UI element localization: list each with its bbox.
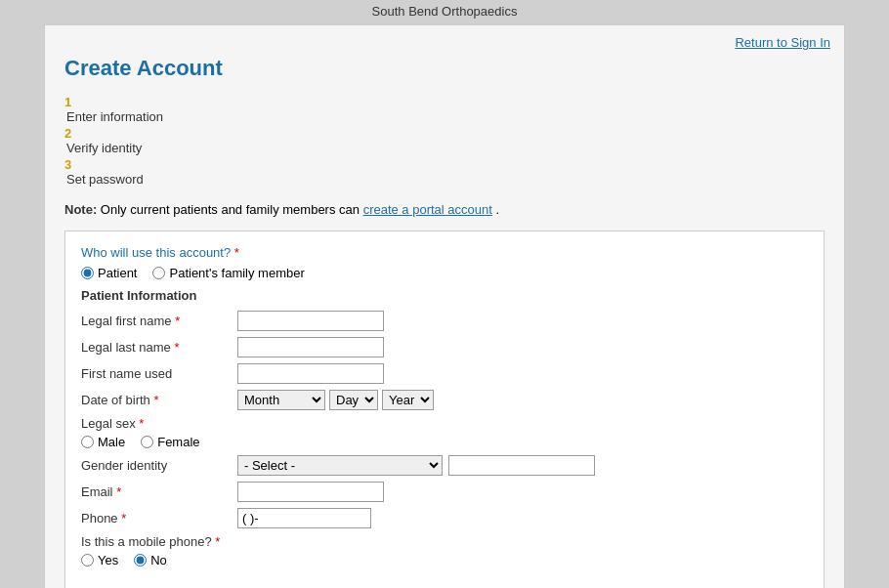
step-2-row: 2 Verify identity [64,126,825,155]
who-label-text: Who will use this account? [81,245,231,260]
mobile-label-text: Is this a mobile phone? [81,534,212,549]
note-prefix: Note: [64,202,97,217]
step-3-number: 3 [64,157,71,172]
no-option-text: No [150,553,167,567]
page-content: Create Account 1 Enter information 2 Ver… [45,56,844,588]
dob-selects: Month JanuaryFebruaryMarch AprilMayJune … [237,390,434,410]
note-text: Only current patients and family members… [101,202,363,217]
phone-required: * [121,511,126,525]
email-required: * [116,484,121,499]
yes-radio[interactable] [81,554,94,567]
return-to-signin-link[interactable]: Return to Sign In [735,35,830,50]
family-option-text: Patient's family member [169,266,304,280]
step-2-number: 2 [64,126,71,141]
dob-label: Date of birth * [81,393,237,407]
phone-prefix: ( ) [242,511,254,525]
phone-input-container: ( ) - [237,508,371,528]
patient-radio-label[interactable]: Patient [81,266,137,280]
main-container: Return to Sign In Create Account 1 Enter… [44,24,845,588]
email-label-text: Email [81,484,113,499]
section-title: Patient Information [81,288,808,303]
who-label: Who will use this account? * [81,245,808,260]
create-account-link[interactable]: create a portal account [363,202,492,217]
legal-first-name-label-text: Legal first name [81,314,172,328]
legal-sex-radio-group: Male Female [81,435,808,449]
month-select[interactable]: Month JanuaryFebruaryMarch AprilMayJune … [237,390,325,410]
phone-number-input[interactable] [259,511,366,525]
who-radio-group: Patient Patient's family member [81,266,808,280]
family-radio-label[interactable]: Patient's family member [152,266,304,280]
first-name-used-input[interactable] [237,363,384,384]
phone-row: Phone * ( ) - [81,508,808,528]
dob-label-text: Date of birth [81,393,150,407]
legal-last-name-label-text: Legal last name [81,340,171,355]
note-suffix: . [496,202,500,217]
no-radio[interactable] [134,554,147,567]
first-name-used-row: First name used [81,363,808,384]
yes-radio-label[interactable]: Yes [81,553,118,567]
day-select[interactable]: Day 12345 678910 1112131415 1617181920 2… [329,390,378,410]
email-label: Email * [81,484,237,499]
patient-option-text: Patient [98,266,137,280]
page-title: Create Account [64,56,825,81]
mobile-radio-group: Yes No [81,553,808,567]
step-1-label: Enter information [66,109,163,124]
family-radio[interactable] [152,267,165,279]
legal-last-name-label: Legal last name * [81,340,237,355]
phone-label: Phone * [81,511,237,525]
site-title: South Bend Orthopaedics [372,4,518,19]
first-name-used-label: First name used [81,366,237,381]
gender-identity-row: Gender identity - Select - [81,455,808,476]
phone-label-text: Phone [81,511,118,525]
legal-sex-label-text: Legal sex [81,416,136,431]
female-option-text: Female [157,435,199,449]
male-option-text: Male [98,435,125,449]
email-input[interactable] [237,482,384,502]
email-row: Email * [81,482,808,502]
legal-sex-label-row: Legal sex * [81,416,808,431]
patient-radio[interactable] [81,267,94,279]
legal-first-name-required: * [175,314,180,328]
legal-first-name-label: Legal first name * [81,314,237,328]
no-radio-label[interactable]: No [134,553,167,567]
gender-identity-label: Gender identity [81,458,237,473]
male-radio-label[interactable]: Male [81,435,125,449]
legal-sex-row: Legal sex * Male Female [81,416,808,449]
steps-list: 1 Enter information 2 Verify identity 3 … [64,95,825,187]
mobile-label-row: Is this a mobile phone? * [81,534,808,549]
mobile-required: * [215,534,220,549]
step-3-row: 3 Set password [64,157,825,187]
legal-last-name-required: * [174,340,179,355]
legal-sex-required: * [139,416,144,431]
legal-first-name-input[interactable] [237,311,384,331]
step-3-label: Set password [66,172,144,187]
step-2-label: Verify identity [66,141,142,155]
mobile-row: Is this a mobile phone? * Yes No [81,534,808,567]
form-section: Who will use this account? * Patient Pat… [64,231,825,588]
male-radio[interactable] [81,436,94,448]
year-select[interactable]: Year [382,390,434,410]
female-radio-label[interactable]: Female [141,435,199,449]
return-link-container: Return to Sign In [45,25,844,56]
gender-identity-other-input[interactable] [448,455,595,476]
step-1-row: 1 Enter information [64,95,825,124]
yes-option-text: Yes [98,553,118,567]
note-box: Note: Only current patients and family m… [64,202,825,217]
gender-identity-select[interactable]: - Select - [237,455,443,476]
who-required: * [234,245,239,260]
legal-last-name-row: Legal last name * [81,337,808,357]
dob-required: * [153,393,158,407]
female-radio[interactable] [141,436,153,448]
legal-first-name-row: Legal first name * [81,311,808,331]
top-bar: South Bend Orthopaedics [0,0,889,24]
dob-row: Date of birth * Month JanuaryFebruaryMar… [81,390,808,410]
step-1-number: 1 [64,95,71,109]
legal-last-name-input[interactable] [237,337,384,357]
